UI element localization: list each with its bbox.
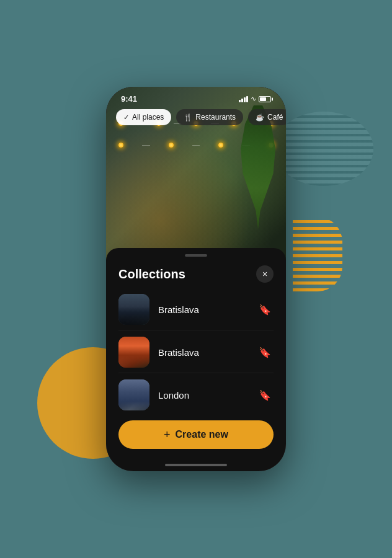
bookmark-btn-3[interactable]: 🔖 <box>256 386 274 404</box>
cafe-label: Café <box>267 113 283 122</box>
filter-chip-all-places[interactable]: ✓ All places <box>116 109 171 125</box>
signal-bar-4 <box>246 96 248 102</box>
phone-screen: 9:41 ∿ ✓ All places 🍴 <box>106 87 286 471</box>
collection-name-3: London <box>158 390 247 401</box>
filter-chip-restaurants[interactable]: 🍴 Restaurants <box>176 109 243 125</box>
cafe-icon: ☕ <box>256 113 264 122</box>
status-time: 9:41 <box>121 94 137 104</box>
bg-yellow-stripe <box>293 217 342 291</box>
light-string-6 <box>192 145 200 146</box>
status-icons: ∿ <box>239 95 271 103</box>
collection-name-1: Bratislava <box>158 304 247 315</box>
collection-thumb-1 <box>118 294 149 325</box>
status-bar: 9:41 ∿ <box>106 87 286 107</box>
create-new-plus-icon: + <box>164 429 171 440</box>
battery-fill <box>260 97 266 101</box>
filter-chip-cafe[interactable]: ☕ Café <box>248 109 286 125</box>
create-new-button[interactable]: + Create new <box>118 420 274 449</box>
collection-item-3[interactable]: London 🔖 <box>118 374 274 414</box>
filter-bar: ✓ All places 🍴 Restaurants ☕ Café <box>106 109 286 125</box>
bookmark-btn-2[interactable]: 🔖 <box>256 343 274 361</box>
signal-bar-1 <box>239 100 241 102</box>
close-button[interactable]: × <box>256 265 274 283</box>
light-bulb-6 <box>118 143 123 148</box>
collection-item-1[interactable]: Bratislava 🔖 <box>118 289 274 330</box>
phone-frame: 9:41 ∿ ✓ All places 🍴 <box>106 87 286 471</box>
signal-bar-2 <box>241 99 243 102</box>
thumb-pattern-3 <box>118 379 149 410</box>
battery-icon <box>259 96 271 102</box>
thumb-pattern-2 <box>118 337 149 368</box>
thumb-pattern-1 <box>118 294 149 325</box>
collection-name-2: Bratislava <box>158 347 247 358</box>
signal-bars <box>239 96 248 102</box>
restaurants-label: Restaurants <box>195 113 236 122</box>
collection-thumb-3 <box>118 379 149 410</box>
bottom-sheet: Collections × Bratislava 🔖 <box>106 248 286 471</box>
wifi-icon: ∿ <box>251 95 256 103</box>
home-indicator <box>106 459 286 471</box>
sheet-header: Collections × <box>106 257 286 289</box>
light-bulb-7 <box>169 143 174 148</box>
bookmark-icon-2: 🔖 <box>259 347 271 358</box>
collection-thumb-2 <box>118 337 149 368</box>
bookmark-icon-1: 🔖 <box>259 304 271 316</box>
light-bulb-8 <box>218 143 223 148</box>
bookmark-icon-3: 🔖 <box>259 389 271 401</box>
sheet-title: Collections <box>118 267 185 281</box>
create-new-label: Create new <box>176 429 228 440</box>
close-icon: × <box>262 269 267 279</box>
light-string-5 <box>142 145 150 146</box>
all-places-label: All places <box>132 113 164 122</box>
collection-item-2[interactable]: Bratislava 🔖 <box>118 332 274 373</box>
all-places-icon: ✓ <box>123 113 129 122</box>
bookmark-btn-1[interactable]: 🔖 <box>256 301 274 318</box>
restaurants-icon: 🍴 <box>184 113 192 122</box>
collections-list: Bratislava 🔖 Bratislava 🔖 <box>106 289 286 414</box>
bg-stripe-circle <box>274 112 373 186</box>
signal-bar-3 <box>244 97 246 102</box>
home-bar <box>165 464 227 466</box>
